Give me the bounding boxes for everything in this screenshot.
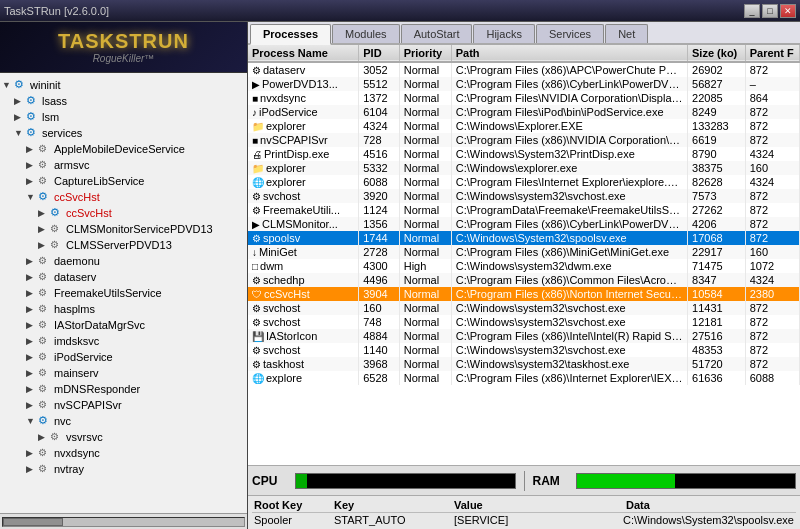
tree-item-mdnsresponder-19[interactable]: ▶⚙mDNSResponder <box>0 381 247 397</box>
cell-4: 56827 <box>688 77 746 91</box>
table-row[interactable]: 🛡ccSvcHst3904NormalC:\Program Files (x86… <box>248 287 800 301</box>
tab-hijacks[interactable]: Hijacks <box>473 24 534 43</box>
cell-0: ■nvxdsync <box>248 91 359 105</box>
table-row[interactable]: □dwm4300HighC:\Windows\system32\dwm.exe7… <box>248 259 800 273</box>
cell-1: 1140 <box>359 343 399 357</box>
cell-3: C:\Program Files (x86)\NVIDIA Corporatio… <box>451 133 687 147</box>
tree-item-capturelibservice-6[interactable]: ▶⚙CaptureLibService <box>0 173 247 189</box>
cell-0: □dwm <box>248 259 359 273</box>
bottom-data-col-3: C:\Windows\System32\spoolsv.exe <box>621 514 796 526</box>
col-header-2[interactable]: Priority <box>399 45 451 62</box>
cell-3: C:\Windows\system32\taskhost.exe <box>451 357 687 371</box>
cell-2: Normal <box>399 329 451 343</box>
process-table-container[interactable]: Process NamePIDPriorityPathSize (ko)Pare… <box>248 45 800 465</box>
table-row[interactable]: 🌐explorer6088NormalC:\Program Files\Inte… <box>248 175 800 189</box>
tree-item-services-3[interactable]: ▼⚙services <box>0 125 247 141</box>
table-row[interactable]: ⚙svchost3920NormalC:\Windows\system32\sv… <box>248 189 800 203</box>
cell-5: – <box>745 77 799 91</box>
tree-item-lsm-2[interactable]: ▶⚙lsm <box>0 109 247 125</box>
tab-autostart[interactable]: AutoStart <box>401 24 473 43</box>
col-header-4[interactable]: Size (ko) <box>688 45 746 62</box>
close-button[interactable]: ✕ <box>780 4 796 18</box>
tree-item-hasplms-14[interactable]: ▶⚙hasplms <box>0 301 247 317</box>
cell-1: 4300 <box>359 259 399 273</box>
tree-item-armsvc-5[interactable]: ▶⚙armsvc <box>0 157 247 173</box>
tree-item-nvtray-24[interactable]: ▶⚙nvtray <box>0 461 247 477</box>
table-row[interactable]: 🌐explore6528NormalC:\Program Files (x86)… <box>248 371 800 385</box>
col-header-5[interactable]: Parent F <box>745 45 799 62</box>
tree-item-clmsmonitorservicepdvd13-9[interactable]: ▶⚙CLMSMonitorServicePDVD13 <box>0 221 247 237</box>
cell-5: 872 <box>745 105 799 119</box>
tree-item-vsvrsvc-22[interactable]: ▶⚙vsvrsvc <box>0 429 247 445</box>
cell-4: 71475 <box>688 259 746 273</box>
table-row[interactable]: ⚙spoolsv1744NormalC:\Windows\System32\sp… <box>248 231 800 245</box>
tree-item-mainserv-18[interactable]: ▶⚙mainserv <box>0 365 247 381</box>
horizontal-scrollbar[interactable] <box>2 517 245 527</box>
table-row[interactable]: ⚙taskhost3968NormalC:\Windows\system32\t… <box>248 357 800 371</box>
tab-net[interactable]: Net <box>605 24 648 43</box>
tree-item-ccsvchst-8[interactable]: ▶⚙ccSvcHst <box>0 205 247 221</box>
tree-item-dataserv-12[interactable]: ▶⚙dataserv <box>0 269 247 285</box>
table-row[interactable]: ↓MiniGet2728NormalC:\Program Files (x86)… <box>248 245 800 259</box>
col-header-3[interactable]: Path <box>451 45 687 62</box>
table-row[interactable]: ⚙FreemakeUtili...1124NormalC:\ProgramDat… <box>248 203 800 217</box>
cell-5: 872 <box>745 315 799 329</box>
bottom-header-col-3: Data <box>624 499 796 511</box>
table-row[interactable]: ⚙dataserv3052NormalC:\Program Files (x86… <box>248 62 800 77</box>
tree-item-label: dataserv <box>54 271 96 283</box>
table-row[interactable]: 🖨PrintDisp.exe4516NormalC:\Windows\Syste… <box>248 147 800 161</box>
tree-item-nvxdsync-23[interactable]: ▶⚙nvxdsync <box>0 445 247 461</box>
tree-item-freemakeutilsservice-13[interactable]: ▶⚙FreemakeUtilsService <box>0 285 247 301</box>
bottom-header-row: Root KeyKeyValueData <box>252 498 796 513</box>
table-row[interactable]: 📁explorer5332NormalC:\Windows\explorer.e… <box>248 161 800 175</box>
cell-3: C:\ProgramData\Freemake\FreemakeUtilsSer… <box>451 203 687 217</box>
col-header-0[interactable]: Process Name <box>248 45 359 62</box>
cell-2: Normal <box>399 315 451 329</box>
table-row[interactable]: ▶CLMSMonitor...1356NormalC:\Program File… <box>248 217 800 231</box>
table-row[interactable]: 📁explorer4324NormalC:\Windows\Explorer.E… <box>248 119 800 133</box>
process-tree[interactable]: ▼⚙wininit▶⚙lsass▶⚙lsm▼⚙services▶⚙AppleMo… <box>0 73 247 513</box>
table-row[interactable]: 💾IAStorIcon4884NormalC:\Program Files (x… <box>248 329 800 343</box>
tree-item-ipodservice-17[interactable]: ▶⚙iPodService <box>0 349 247 365</box>
cell-1: 160 <box>359 301 399 315</box>
logo-area: TASKSTRUN RogueKiller™ <box>0 22 247 73</box>
tab-modules[interactable]: Modules <box>332 24 400 43</box>
table-row[interactable]: ♪iPodService6104NormalC:\Program Files\i… <box>248 105 800 119</box>
cell-4: 38375 <box>688 161 746 175</box>
cell-1: 4496 <box>359 273 399 287</box>
cell-2: Normal <box>399 371 451 385</box>
cell-4: 4206 <box>688 217 746 231</box>
table-row[interactable]: ■nvxdsync1372NormalC:\Program Files\NVID… <box>248 91 800 105</box>
maximize-button[interactable]: □ <box>762 4 778 18</box>
table-row[interactable]: ⚙svchost160NormalC:\Windows\system32\svc… <box>248 301 800 315</box>
cell-3: C:\Program Files (x86)\Intel\Intel(R) Ra… <box>451 329 687 343</box>
tree-item-wininit-0[interactable]: ▼⚙wininit <box>0 77 247 93</box>
tree-item-daemonu-11[interactable]: ▶⚙daemonu <box>0 253 247 269</box>
cell-3: C:\Windows\system32\dwm.exe <box>451 259 687 273</box>
tree-item-label: hasplms <box>54 303 95 315</box>
cell-5: 872 <box>745 301 799 315</box>
table-row[interactable]: ■nvSCPAPISvr728NormalC:\Program Files (x… <box>248 133 800 147</box>
table-row[interactable]: ⚙svchost1140NormalC:\Windows\system32\sv… <box>248 343 800 357</box>
cell-1: 2728 <box>359 245 399 259</box>
tab-services[interactable]: Services <box>536 24 604 43</box>
tree-item-nvscpapisvr-20[interactable]: ▶⚙nvSCPAPISvr <box>0 397 247 413</box>
tree-item-imdsksvc-16[interactable]: ▶⚙imdsksvc <box>0 333 247 349</box>
tree-item-lsass-1[interactable]: ▶⚙lsass <box>0 93 247 109</box>
col-header-1[interactable]: PID <box>359 45 399 62</box>
cell-5: 872 <box>745 119 799 133</box>
tab-processes[interactable]: Processes <box>250 24 331 45</box>
cell-0: 🛡ccSvcHst <box>248 287 359 301</box>
cell-4: 27262 <box>688 203 746 217</box>
tree-item-nvc-21[interactable]: ▼⚙nvc <box>0 413 247 429</box>
minimize-button[interactable]: _ <box>744 4 760 18</box>
table-row[interactable]: ⚙schedhp4496NormalC:\Program Files (x86)… <box>248 273 800 287</box>
tree-item-clmsserverpdvd13-10[interactable]: ▶⚙CLMSServerPDVD13 <box>0 237 247 253</box>
table-row[interactable]: ▶PowerDVD13...5512NormalC:\Program Files… <box>248 77 800 91</box>
table-row[interactable]: ⚙svchost748NormalC:\Windows\system32\svc… <box>248 315 800 329</box>
tree-item-iastordatamgrsvc-15[interactable]: ▶⚙IAStorDataMgrSvc <box>0 317 247 333</box>
cell-1: 6528 <box>359 371 399 385</box>
tree-item-applemobiledeviceservice-4[interactable]: ▶⚙AppleMobileDeviceService <box>0 141 247 157</box>
tree-item-ccsvchst-7[interactable]: ▼⚙ccSvcHst <box>0 189 247 205</box>
cell-5: 4324 <box>745 175 799 189</box>
